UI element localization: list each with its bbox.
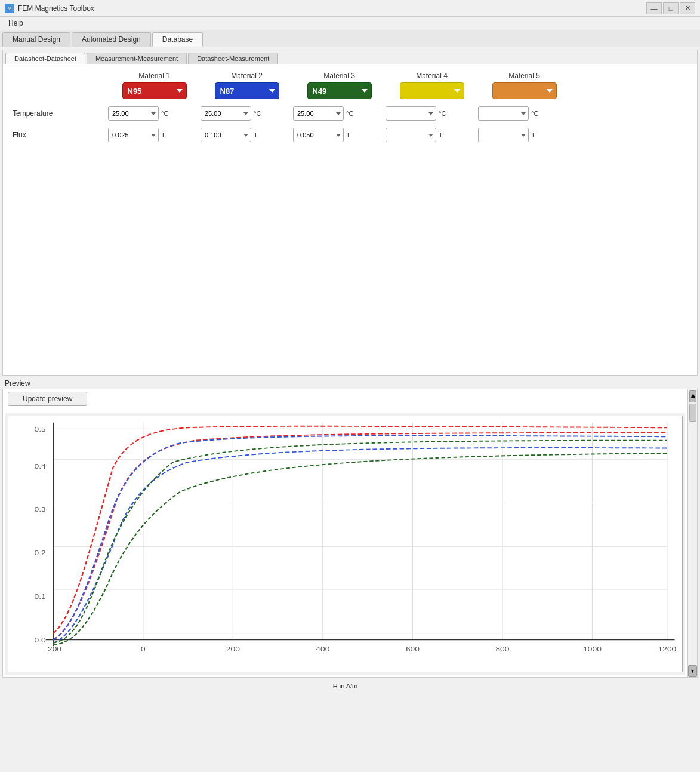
flux5-group: T bbox=[478, 128, 571, 142]
tab-automated-design[interactable]: Automated Design bbox=[72, 32, 151, 47]
flux1-unit: T bbox=[161, 131, 165, 139]
flux5-unit: T bbox=[531, 131, 535, 139]
temp2-group: 25.00 °C bbox=[201, 106, 293, 121]
flux-2-dropdown[interactable]: 0.100 bbox=[201, 128, 251, 142]
minimize-button[interactable]: — bbox=[646, 2, 662, 14]
mat3-dropdown-wrapper: N49 bbox=[293, 82, 386, 99]
chart-area: B in T H in A/m bbox=[8, 416, 683, 672]
svg-text:-200: -200 bbox=[45, 645, 61, 653]
materials-headers-row: Material 1 Material 2 Material 3 Materia… bbox=[13, 72, 687, 80]
temp5-unit: °C bbox=[531, 110, 538, 117]
content-wrapper: Datasheet-Datasheet Measurement-Measurem… bbox=[2, 50, 698, 376]
svg-text:1000: 1000 bbox=[583, 645, 602, 653]
svg-text:200: 200 bbox=[226, 645, 240, 653]
maximize-button[interactable]: □ bbox=[663, 2, 679, 14]
chart-wrapper: B in T H in A/m bbox=[5, 413, 685, 675]
main-content: Datasheet-Datasheet Measurement-Measurem… bbox=[0, 50, 700, 772]
preview-panel: ▲ ▼ Update preview B in T H in A/m bbox=[2, 389, 698, 678]
svg-text:0.3: 0.3 bbox=[35, 505, 46, 513]
svg-text:400: 400 bbox=[316, 645, 329, 653]
main-tab-bar: Manual Design Automated Design Database bbox=[0, 30, 700, 47]
inner-tab-bar: Datasheet-Datasheet Measurement-Measurem… bbox=[3, 50, 697, 64]
x-axis-label: H in A/m bbox=[333, 682, 358, 690]
flux-4-dropdown[interactable] bbox=[386, 128, 436, 142]
svg-text:0.4: 0.4 bbox=[35, 462, 46, 470]
mat2-dropdown-wrapper: N87 bbox=[201, 82, 293, 99]
flux-5-dropdown[interactable] bbox=[478, 128, 529, 142]
menu-bar: Help bbox=[0, 17, 700, 30]
svg-text:0.1: 0.1 bbox=[35, 592, 46, 601]
temp-3-dropdown[interactable]: 25.00 bbox=[293, 106, 344, 121]
flux2-unit: T bbox=[254, 131, 258, 139]
window-controls: — □ ✕ bbox=[646, 2, 695, 14]
window-title: FEM Magnetics Toolbox bbox=[18, 4, 94, 13]
chart-svg: 0.0 0.1 0.2 0.3 0.4 0.5 -200 0 200 400 6… bbox=[8, 416, 682, 672]
material-1-dropdown[interactable]: N95 bbox=[122, 82, 187, 99]
temp-1-dropdown[interactable]: 25.00 bbox=[108, 106, 159, 121]
temp2-unit: °C bbox=[254, 110, 261, 117]
svg-text:0.0: 0.0 bbox=[35, 636, 46, 644]
temperature-label: Temperature bbox=[13, 109, 108, 118]
temp-5-dropdown[interactable] bbox=[478, 106, 529, 121]
temp4-group: °C bbox=[386, 106, 478, 121]
temp1-unit: °C bbox=[161, 110, 168, 117]
flux1-group: 0.025 T bbox=[108, 128, 201, 142]
material-4-dropdown[interactable] bbox=[400, 82, 464, 99]
mat4-dropdown-wrapper bbox=[386, 82, 478, 99]
flux4-unit: T bbox=[439, 131, 443, 139]
flux-row: Flux 0.025 T 0.100 T 0.050 bbox=[13, 128, 687, 142]
temp3-unit: °C bbox=[346, 110, 353, 117]
mat5-dropdown-wrapper bbox=[478, 82, 571, 99]
mat2-header: Material 2 bbox=[201, 72, 293, 80]
scrollbar-thumb[interactable] bbox=[689, 404, 696, 422]
menu-help[interactable]: Help bbox=[5, 18, 27, 29]
scrollbar-down-arrow[interactable]: ▼ bbox=[688, 665, 697, 677]
flux3-unit: T bbox=[346, 131, 350, 139]
tab-database[interactable]: Database bbox=[152, 32, 203, 47]
title-bar-left: M FEM Magnetics Toolbox bbox=[5, 4, 94, 13]
scrollbar-container[interactable]: ▲ ▼ bbox=[687, 389, 697, 677]
tab-manual-design[interactable]: Manual Design bbox=[2, 32, 70, 47]
datasheet-content: Material 1 Material 2 Material 3 Materia… bbox=[3, 64, 697, 375]
mat1-header: Material 1 bbox=[108, 72, 201, 80]
close-button[interactable]: ✕ bbox=[680, 2, 695, 14]
mat5-header: Material 5 bbox=[478, 72, 571, 80]
tab-datasheet-datasheet[interactable]: Datasheet-Datasheet bbox=[5, 53, 85, 64]
material-dropdowns-row: N95 N87 N49 bbox=[13, 82, 687, 99]
flux3-group: 0.050 T bbox=[293, 128, 386, 142]
tab-datasheet-measurement[interactable]: Datasheet-Measurement bbox=[188, 53, 278, 64]
temp1-group: 25.00 °C bbox=[108, 106, 201, 121]
temp3-group: 25.00 °C bbox=[293, 106, 386, 121]
svg-text:0.5: 0.5 bbox=[35, 425, 46, 433]
temp4-unit: °C bbox=[439, 110, 446, 117]
mat4-header: Material 4 bbox=[386, 72, 478, 80]
temp5-group: °C bbox=[478, 106, 571, 121]
update-preview-button[interactable]: Update preview bbox=[8, 392, 87, 406]
material-5-dropdown[interactable] bbox=[492, 82, 557, 99]
svg-text:600: 600 bbox=[406, 645, 420, 653]
mat3-header: Material 3 bbox=[293, 72, 386, 80]
preview-section: Preview ▲ ▼ Update preview B in T H in A… bbox=[2, 378, 698, 678]
temperature-row: Temperature 25.00 °C 25.00 °C 25.00 bbox=[13, 106, 687, 121]
material-2-dropdown[interactable]: N87 bbox=[215, 82, 279, 99]
flux-1-dropdown[interactable]: 0.025 bbox=[108, 128, 159, 142]
svg-text:800: 800 bbox=[495, 645, 509, 653]
material-3-dropdown[interactable]: N49 bbox=[307, 82, 372, 99]
svg-text:1200: 1200 bbox=[658, 645, 677, 653]
temp-4-dropdown[interactable] bbox=[386, 106, 436, 121]
temp-2-dropdown[interactable]: 25.00 bbox=[201, 106, 251, 121]
flux-3-dropdown[interactable]: 0.050 bbox=[293, 128, 344, 142]
flux4-group: T bbox=[386, 128, 478, 142]
svg-text:0.2: 0.2 bbox=[35, 549, 46, 557]
svg-text:0: 0 bbox=[141, 645, 146, 653]
app-icon: M bbox=[5, 4, 14, 13]
mat1-dropdown-wrapper: N95 bbox=[108, 82, 201, 99]
title-bar: M FEM Magnetics Toolbox — □ ✕ bbox=[0, 0, 700, 17]
scrollbar-up-arrow[interactable]: ▲ bbox=[689, 390, 696, 402]
preview-label: Preview bbox=[2, 378, 698, 389]
flux-label: Flux bbox=[13, 131, 108, 139]
tab-measurement-measurement[interactable]: Measurement-Measurement bbox=[87, 53, 187, 64]
flux2-group: 0.100 T bbox=[201, 128, 293, 142]
